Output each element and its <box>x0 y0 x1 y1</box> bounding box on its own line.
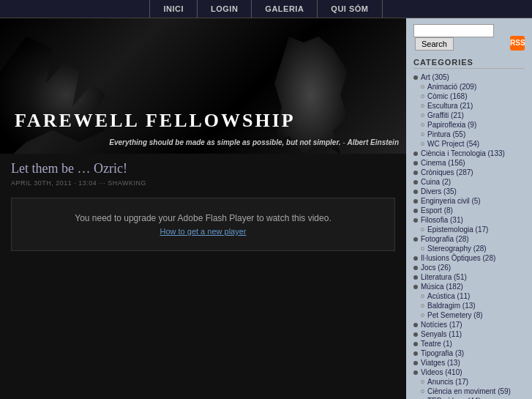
category-link[interactable]: Esport (8) <box>421 206 453 215</box>
cat-bullet <box>413 256 418 261</box>
category-link[interactable]: Enginyeria civil (5) <box>421 197 481 205</box>
category-link[interactable]: Cinema (156) <box>421 159 465 167</box>
cat-bullet <box>421 113 424 117</box>
category-item: Videos (410) <box>413 368 525 377</box>
header-image: Farewell Fellowship Everything should be… <box>0 18 406 154</box>
category-item: Filosofia (31) <box>413 215 525 225</box>
category-item: Acústica (11) <box>413 291 525 301</box>
category-link[interactable]: Il·lusions Òptiques (28) <box>421 254 495 262</box>
category-item: Baldragim (13) <box>413 301 525 310</box>
category-link[interactable]: Música (182) <box>421 283 463 291</box>
category-link[interactable]: Teatre (1) <box>421 340 452 348</box>
cat-bullet <box>421 228 424 231</box>
category-item: Graffiti (21) <box>413 111 525 120</box>
subtitle-author: Albert Einstein <box>347 138 399 146</box>
category-link[interactable]: Art (305) <box>421 73 449 81</box>
cat-bullet <box>413 332 418 337</box>
category-item: Divers (35) <box>413 187 525 196</box>
category-link[interactable]: Baldragim (13) <box>427 302 476 310</box>
category-item: Anuncis (17) <box>413 377 525 387</box>
nav-galeria[interactable]: GALERIA <box>252 0 318 18</box>
category-link[interactable]: Animació (209) <box>427 83 476 91</box>
post-area: Let them be … Ozric! April 30th, 2011 · … <box>0 154 406 266</box>
category-link[interactable]: Stereography (28) <box>427 245 487 253</box>
nav-login[interactable]: LOGIN <box>198 0 252 18</box>
category-item: Fotografia (28) <box>413 234 525 244</box>
category-link[interactable]: Epistemologia (17) <box>427 225 488 234</box>
cat-bullet <box>413 370 418 375</box>
post-meta: April 30th, 2011 · 13:04 ··· SHAWKING <box>11 179 395 187</box>
cat-bullet <box>413 275 418 280</box>
category-link[interactable]: Acústica (11) <box>427 292 470 300</box>
category-item: Pet Semetery (8) <box>413 310 525 320</box>
category-link[interactable]: Filosofia (31) <box>421 216 463 224</box>
category-link[interactable]: Escultura (21) <box>427 102 473 110</box>
rss-icon[interactable]: RSS <box>510 36 525 51</box>
category-link[interactable]: Pet Semetery (8) <box>427 311 483 319</box>
cat-bullet <box>413 190 418 194</box>
search-button[interactable]: Search <box>415 37 454 51</box>
search-section: Search RSS <box>413 24 525 51</box>
site-title: Farewell Fellowship <box>15 110 296 132</box>
nav-qui-som[interactable]: QUI SÓM <box>318 0 382 18</box>
category-item: Papiroflexia (9) <box>413 120 525 130</box>
category-item: Cinema (156) <box>413 158 525 168</box>
category-item: Stereography (28) <box>413 244 525 253</box>
category-link[interactable]: Notícies (17) <box>421 321 462 329</box>
subtitle-text: Everything should be made as simple as p… <box>109 138 340 146</box>
category-item: Il·lusions Òptiques (28) <box>413 253 525 263</box>
category-link[interactable]: Anuncis (17) <box>427 378 468 386</box>
category-link[interactable]: Tipografia (3) <box>421 349 464 357</box>
category-link[interactable]: Videos (410) <box>421 368 462 376</box>
category-item: Cuina (2) <box>413 177 525 187</box>
flash-notice: You need to upgrade your Adobe Flash Pla… <box>11 198 395 251</box>
category-item: Enginyeria civil (5) <box>413 196 525 206</box>
content-area: Farewell Fellowship Everything should be… <box>0 18 406 399</box>
category-link[interactable]: Jocs (26) <box>421 264 451 272</box>
category-link[interactable]: Senyals (11) <box>421 330 462 338</box>
category-item: Música (182) <box>413 282 525 291</box>
cat-bullet <box>421 247 424 250</box>
cat-bullet <box>413 199 418 204</box>
category-link[interactable]: Viatges (13) <box>421 359 460 367</box>
flash-message: You need to upgrade your Adobe Flash Pla… <box>75 213 331 223</box>
category-item: Notícies (17) <box>413 320 525 329</box>
category-link[interactable]: WC Project (54) <box>427 140 479 148</box>
category-item: TED vídeos (44) <box>413 396 525 399</box>
category-item: Còmic (168) <box>413 92 525 101</box>
cat-bullet <box>413 285 418 289</box>
flash-link[interactable]: How to get a new player <box>26 227 380 236</box>
category-link[interactable]: Ciència i Tecnologia (133) <box>421 149 505 157</box>
main-layout: Farewell Fellowship Everything should be… <box>0 18 532 399</box>
cat-bullet <box>413 171 418 175</box>
category-link[interactable]: Cròniques (287) <box>421 168 473 176</box>
cat-bullet <box>421 85 424 89</box>
cat-bullet <box>421 142 424 146</box>
category-link[interactable]: Graffiti (21) <box>427 111 464 119</box>
category-link[interactable]: Literatura (51) <box>421 273 467 281</box>
nav-inici[interactable]: INICI <box>149 0 198 18</box>
search-input[interactable] <box>413 24 494 37</box>
cat-bullet <box>413 161 418 165</box>
category-link[interactable]: Divers (35) <box>421 187 457 195</box>
cat-bullet <box>421 104 424 108</box>
cat-bullet <box>421 380 424 384</box>
category-link[interactable]: Cuina (2) <box>421 178 451 186</box>
category-item: Viatges (13) <box>413 358 525 368</box>
cat-bullet <box>421 133 424 136</box>
category-item: Tipografia (3) <box>413 348 525 358</box>
category-item: WC Project (54) <box>413 139 525 149</box>
cat-bullet <box>413 351 418 356</box>
category-link[interactable]: Papiroflexia (9) <box>427 121 476 129</box>
category-link[interactable]: Ciència en moviment (59) <box>427 387 511 395</box>
category-item: Art (305) <box>413 72 525 82</box>
category-link[interactable]: Fotografia (28) <box>421 235 469 243</box>
cat-bullet <box>413 218 418 223</box>
post-title: Let them be … Ozric! <box>11 161 395 176</box>
cat-bullet <box>421 123 424 127</box>
cat-bullet <box>421 304 424 307</box>
top-navigation: INICI LOGIN GALERIA QUI SÓM <box>0 0 532 18</box>
category-link[interactable]: Pintura (55) <box>427 130 465 138</box>
category-item: Animació (209) <box>413 82 525 92</box>
category-link[interactable]: Còmic (168) <box>427 92 467 100</box>
